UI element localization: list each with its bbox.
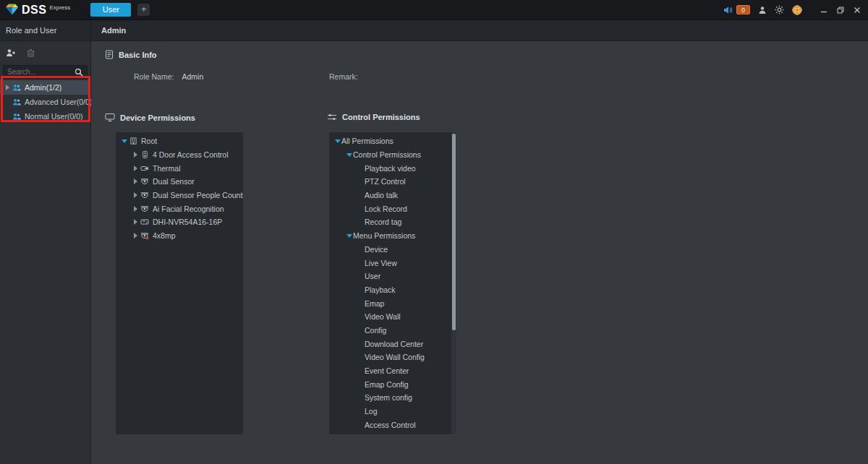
tree-item-label: Lock Record: [365, 205, 407, 213]
arrow-spacer: [357, 364, 365, 377]
tree-item[interactable]: Playback: [329, 283, 456, 297]
tree-item[interactable]: Access Control: [329, 418, 456, 431]
expand-arrow-icon[interactable]: [4, 81, 12, 94]
alarm-group[interactable]: 0: [723, 5, 750, 14]
arrow-spacer: [357, 270, 365, 283]
users-icon: [12, 83, 22, 92]
settings-gear-icon[interactable]: [775, 5, 784, 14]
users-icon: [12, 98, 22, 106]
expand-arrow-icon[interactable]: [132, 202, 140, 215]
tree-item-label: Menu Permissions: [353, 231, 415, 240]
role-item[interactable]: Normal User(0/0): [0, 109, 90, 124]
minimize-icon[interactable]: [820, 7, 827, 14]
add-role-icon[interactable]: [6, 48, 16, 57]
arrow-spacer: [357, 378, 365, 391]
tree-item-label: Audio talk: [365, 191, 398, 199]
collapse-arrow-icon[interactable]: [120, 134, 128, 147]
tree-item[interactable]: Dual Sensor People Counting: [116, 189, 243, 202]
network-globe-icon[interactable]: [792, 5, 802, 15]
tree-item[interactable]: 4 Door Access Control: [116, 148, 243, 162]
search-box[interactable]: [3, 65, 88, 79]
expand-arrow-icon[interactable]: [132, 162, 140, 175]
tree-item[interactable]: Video Wall: [329, 310, 456, 324]
tree-item-label: Control Permissions: [353, 150, 421, 159]
scrollbar-thumb[interactable]: [452, 134, 456, 330]
delete-role-icon[interactable]: [27, 48, 35, 57]
tree-item[interactable]: Lock Record: [329, 202, 456, 215]
tree-item[interactable]: All Permissions: [329, 134, 456, 148]
arrow-spacer: [357, 324, 365, 337]
restore-icon[interactable]: [837, 7, 844, 14]
tree-item[interactable]: Event Center: [329, 364, 456, 378]
dome-camera-alert-icon: [140, 231, 150, 240]
tree-item-label: Playback video: [365, 164, 416, 173]
tree-item[interactable]: Emap Config: [329, 377, 456, 391]
tree-item[interactable]: Record tag: [329, 215, 456, 229]
tree-item[interactable]: Playback video: [329, 161, 456, 175]
tree-item[interactable]: Control Permissions: [329, 148, 456, 162]
dome-camera-icon: [140, 205, 150, 213]
tree-item-label: Emap Config: [365, 380, 409, 389]
tree-item[interactable]: 4x8mp: [116, 229, 243, 243]
role-item-label: Advanced User(0/0): [25, 98, 92, 106]
tree-item[interactable]: Log: [329, 405, 456, 418]
role-list: Admin(1/2)Advanced User(0/0)Normal User(…: [0, 80, 90, 124]
dome-camera-icon: [140, 177, 150, 186]
main-panel: Admin Basic Info Role Name:Admin Remark:…: [91, 20, 868, 464]
volume-icon[interactable]: [723, 6, 733, 14]
close-icon[interactable]: [854, 7, 861, 14]
arrow-spacer: [357, 418, 365, 431]
tree-item[interactable]: User: [329, 270, 456, 283]
expand-arrow-icon[interactable]: [132, 148, 140, 161]
search-icon[interactable]: [75, 68, 83, 77]
tree-item-label: Event Center: [365, 366, 409, 375]
control-permissions-panel: All PermissionsControl PermissionsPlayba…: [329, 132, 456, 434]
tree-item-label: All Permissions: [341, 137, 393, 145]
role-name-value: Admin: [182, 72, 203, 81]
collapse-arrow-icon[interactable]: [333, 134, 341, 147]
tree-item[interactable]: Emap: [329, 296, 456, 310]
user-icon[interactable]: [758, 6, 767, 14]
control-permissions-scrollbar[interactable]: [451, 132, 456, 434]
arrow-spacer: [4, 95, 12, 108]
tree-item[interactable]: DHI-NVR54A16-16P: [116, 215, 243, 229]
page-title: Admin: [91, 20, 868, 41]
tree-item[interactable]: Video Wall Config: [329, 351, 456, 364]
tree-item-label: Dual Sensor: [153, 177, 195, 186]
sidebar-title: Role and User: [0, 20, 90, 41]
tree-item-label: System config: [365, 393, 412, 402]
users-icon: [12, 112, 22, 121]
tree-item-label: 4 Door Access Control: [153, 150, 228, 159]
tree-item[interactable]: Menu Permissions: [329, 229, 456, 243]
title-bar: DSS Express User + 0: [0, 0, 868, 20]
search-input[interactable]: [7, 68, 75, 76]
expand-arrow-icon[interactable]: [132, 215, 140, 228]
root-icon: [128, 137, 138, 145]
arrow-spacer: [357, 202, 365, 215]
collapse-arrow-icon[interactable]: [345, 229, 353, 242]
arrow-spacer: [357, 297, 365, 310]
tree-item[interactable]: Live View: [329, 256, 456, 270]
collapse-arrow-icon[interactable]: [345, 148, 353, 161]
add-tab-button[interactable]: +: [137, 4, 150, 16]
tree-item[interactable]: Config: [329, 324, 456, 338]
tree-item-label: Emap: [365, 299, 384, 308]
role-item[interactable]: Admin(1/2): [0, 80, 90, 95]
role-item[interactable]: Advanced User(0/0): [0, 95, 90, 109]
tree-item-label: Device: [365, 245, 388, 254]
tree-item[interactable]: System config: [329, 391, 456, 405]
tree-item[interactable]: Thermal: [116, 161, 243, 175]
tree-item[interactable]: PTZ Control: [329, 175, 456, 189]
tree-item[interactable]: Audio talk: [329, 189, 456, 202]
tree-item[interactable]: Root: [116, 134, 243, 148]
tree-item[interactable]: Download Center: [329, 337, 456, 351]
tree-item-label: DHI-NVR54A16-16P: [153, 218, 222, 226]
basic-info-title: Basic Info: [119, 51, 157, 59]
tab-user[interactable]: User: [90, 3, 131, 17]
expand-arrow-icon[interactable]: [132, 229, 140, 242]
expand-arrow-icon[interactable]: [132, 175, 140, 188]
expand-arrow-icon[interactable]: [132, 189, 140, 202]
tree-item[interactable]: Ai Facial Recognition: [116, 202, 243, 215]
tree-item[interactable]: Dual Sensor: [116, 175, 243, 189]
tree-item[interactable]: Device: [329, 243, 456, 257]
